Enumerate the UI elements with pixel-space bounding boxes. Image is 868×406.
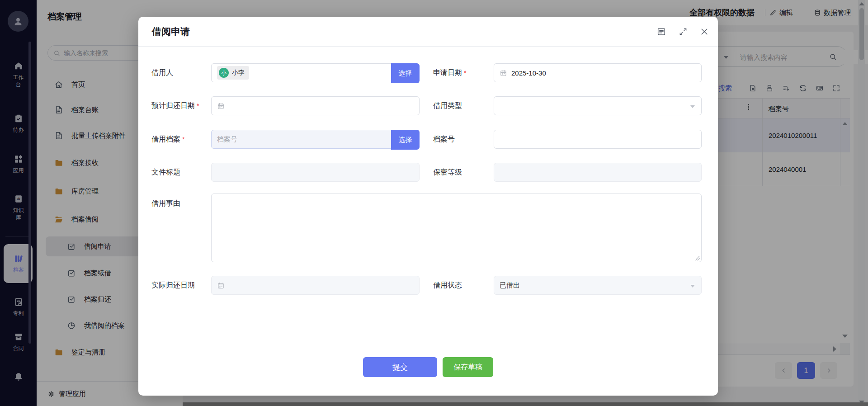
app-root: 工作台 待办 应用 AI 知识库 档案 专利 合同 — [0, 0, 868, 406]
borrower-field[interactable]: 小 小李 选择 — [211, 63, 420, 82]
modal-footer: 提交 保存草稿 — [138, 357, 718, 377]
archive-no-field[interactable] — [494, 130, 702, 149]
modal-title: 借阅申请 — [152, 17, 190, 47]
borrower-label: 借用人 — [151, 63, 173, 82]
borrow-archive-placeholder: 档案号 — [217, 135, 237, 144]
borrower-select-button[interactable]: 选择 — [391, 63, 420, 83]
expected-return-label: 预计归还日期* — [151, 96, 199, 115]
borrow-type-label: 借用类型 — [433, 96, 462, 115]
borrow-archive-label: 借用档案* — [151, 130, 184, 149]
actual-return-label: 实际归还日期 — [151, 276, 195, 295]
calendar-icon — [217, 102, 225, 110]
borrower-tag: 小 小李 — [217, 66, 249, 80]
apply-date-field[interactable]: 2025-10-30 — [494, 63, 702, 82]
borrower-tag-label: 小李 — [232, 69, 245, 77]
calendar-icon — [217, 282, 225, 289]
file-title-label: 文件标题 — [151, 163, 180, 182]
borrow-type-select[interactable] — [494, 96, 702, 115]
secret-level-label: 保密等级 — [433, 163, 462, 182]
chevron-down-icon — [690, 105, 695, 108]
apply-date-label: 申请日期* — [433, 63, 466, 82]
file-title-field — [211, 163, 420, 182]
form-log-icon[interactable] — [656, 27, 666, 37]
calendar-icon — [500, 69, 507, 77]
expand-icon[interactable] — [679, 27, 688, 36]
modal-header-actions — [656, 17, 709, 47]
archive-no-label: 档案号 — [433, 130, 455, 149]
modal-header: 借阅申请 — [138, 17, 718, 47]
borrow-archive-field[interactable]: 档案号 选择 — [211, 130, 420, 149]
borrow-reason-textarea[interactable] — [211, 194, 702, 262]
apply-date-value: 2025-10-30 — [511, 69, 546, 77]
borrow-status-value: 已借出 — [500, 281, 520, 290]
save-draft-button[interactable]: 保存草稿 — [443, 357, 493, 377]
secret-level-field — [494, 163, 702, 182]
actual-return-field — [211, 276, 420, 295]
borrow-status-select: 已借出 — [494, 276, 702, 295]
expected-return-field[interactable] — [211, 96, 420, 115]
borrow-application-modal: 借阅申请 借用人 小 小李 选择 申请日期* 2025-10-30 预计归还日期… — [138, 17, 718, 396]
submit-button[interactable]: 提交 — [363, 357, 437, 377]
borrow-status-label: 借用状态 — [433, 276, 462, 295]
borrow-reason-label: 借用事由 — [151, 194, 180, 208]
archive-select-button[interactable]: 选择 — [391, 130, 420, 150]
chevron-down-icon — [690, 285, 695, 288]
avatar: 小 — [219, 68, 229, 78]
close-icon[interactable] — [700, 27, 709, 36]
